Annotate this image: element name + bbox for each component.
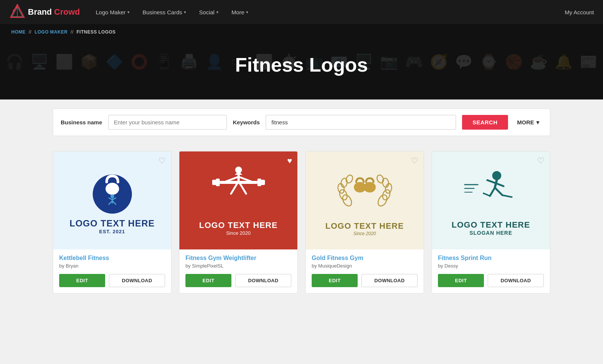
download-button-4[interactable]: DOWNLOAD <box>488 274 544 287</box>
business-cards-chevron-icon: ▾ <box>184 10 186 15</box>
logo-card-actions-3: EDIT DOWNLOAD <box>312 274 418 287</box>
logo-card-title-4[interactable]: Fitness Sprint Run <box>438 255 544 262</box>
svg-point-38 <box>492 171 501 180</box>
logo-card-title-1[interactable]: Kettlebell Fitness <box>59 255 165 262</box>
breadcrumb-current: FITNESS LOGOS <box>77 29 116 35</box>
edit-button-2[interactable]: EDIT <box>185 274 231 287</box>
breadcrumb-sep1: // <box>29 29 32 35</box>
brand-logo[interactable]: BrandCrowd <box>9 4 80 20</box>
svg-line-40 <box>487 180 496 183</box>
card-4-text: LOGO TEXT HERE SLOGAN HERE <box>451 220 530 236</box>
breadcrumb-logo-maker[interactable]: LOGO MAKER <box>35 29 68 35</box>
gold-kettlebell-icon <box>333 165 397 221</box>
svg-point-5 <box>110 194 114 198</box>
svg-point-27 <box>345 174 354 184</box>
hero-section: 🎧🖥️⬜📦🔷 ⭕📱🖨️👤🕶️ ⬜⏱️📺📧🖥️ 📷🎮🧭💬⌚ 🏀☕🔔📰 HOME /… <box>0 24 603 99</box>
brand-logo-icon <box>9 4 26 20</box>
keywords-input[interactable] <box>266 115 456 130</box>
business-name-label: Business name <box>61 119 102 125</box>
download-button-3[interactable]: DOWNLOAD <box>361 274 418 287</box>
card-1-background: LOGO TEXT HERE EST. 2021 <box>53 151 171 249</box>
logo-card-actions-2: EDIT DOWNLOAD <box>185 274 291 287</box>
logo-card-author-2: by SimplePixelSL <box>185 263 291 269</box>
card-4-background: LOGO TEXT HERE SLOGAN HERE <box>432 151 550 249</box>
logos-section: LOGO TEXT HERE EST. 2021 ♡ Kettlebell Fi… <box>0 145 603 309</box>
edit-button-3[interactable]: EDIT <box>312 274 358 287</box>
logo-card: LOGO TEXT HERE Since 2020 ♥ Fitness Gym … <box>179 151 298 294</box>
card-3-text: LOGO TEXT HERE Since 2020 <box>325 221 404 236</box>
search-section: Business name Keywords SEARCH MORE ▾ <box>0 99 603 145</box>
svg-point-24 <box>338 189 348 201</box>
more-chevron-icon: ▾ <box>246 10 248 15</box>
svg-point-34 <box>364 182 376 193</box>
logo-card-author-1: by Bryan <box>59 263 165 269</box>
kettlebell-icon <box>88 167 137 216</box>
logo-card-author-4: by Dessy <box>438 263 544 269</box>
search-bar: Business name Keywords SEARCH MORE ▾ <box>53 109 550 136</box>
card-2-background: LOGO TEXT HERE Since 2020 <box>179 151 297 249</box>
card-2-sub-text: Since 2020 <box>199 230 277 236</box>
card-1-text: LOGO TEXT HERE EST. 2021 <box>69 218 155 234</box>
svg-line-45 <box>484 193 490 196</box>
my-account-link[interactable]: My Account <box>565 9 594 15</box>
logo-card-image-1: LOGO TEXT HERE EST. 2021 ♡ <box>53 151 171 249</box>
svg-line-42 <box>495 188 502 195</box>
card-4-slogan-text: SLOGAN HERE <box>451 230 530 236</box>
download-button-2[interactable]: DOWNLOAD <box>235 274 291 287</box>
card-3-background: LOGO TEXT HERE Since 2020 <box>306 151 424 249</box>
svg-point-17 <box>235 167 242 173</box>
brand-name-part2: Crowd <box>54 7 80 17</box>
logo-card-title-3[interactable]: Gold Fitness Gym <box>312 255 418 262</box>
favorite-button-4[interactable]: ♡ <box>537 156 545 166</box>
logo-maker-chevron-icon: ▾ <box>127 10 130 15</box>
breadcrumb-home[interactable]: HOME <box>11 29 26 35</box>
svg-line-44 <box>490 188 495 196</box>
logo-card-title-2[interactable]: Fitness Gym Weightlifter <box>185 255 291 262</box>
logo-card-image-2: LOGO TEXT HERE Since 2020 ♥ <box>179 151 297 249</box>
logo-card-image-3: LOGO TEXT HERE Since 2020 ♡ <box>306 151 424 249</box>
breadcrumb: HOME // LOGO MAKER // FITNESS LOGOS <box>11 29 116 35</box>
svg-point-32 <box>376 174 385 184</box>
card-4-main-text: LOGO TEXT HERE <box>451 220 530 230</box>
download-button-1[interactable]: DOWNLOAD <box>109 274 165 287</box>
logo-card-info-2: Fitness Gym Weightlifter by SimplePixelS… <box>179 249 297 293</box>
nav-business-cards[interactable]: Business Cards ▾ <box>137 6 191 18</box>
logos-grid: LOGO TEXT HERE EST. 2021 ♡ Kettlebell Fi… <box>53 151 550 294</box>
card-1-main-text: LOGO TEXT HERE <box>69 218 155 229</box>
edit-button-1[interactable]: EDIT <box>59 274 105 287</box>
nav-more[interactable]: More ▾ <box>226 6 254 18</box>
nav-logo-maker[interactable]: Logo Maker ▾ <box>90 6 135 18</box>
brand-name-part1: Brand <box>28 7 52 17</box>
logo-card: LOGO TEXT HERE SLOGAN HERE ♡ Fitness Spr… <box>432 151 550 294</box>
keywords-label: Keywords <box>233 119 260 125</box>
nav-social[interactable]: Social ▾ <box>194 6 224 18</box>
navbar: BrandCrowd Logo Maker ▾ Business Cards ▾… <box>0 0 603 24</box>
more-filters-chevron-icon: ▾ <box>536 119 539 126</box>
svg-line-41 <box>496 183 504 186</box>
logo-card-info-4: Fitness Sprint Run by Dessy EDIT DOWNLOA… <box>432 249 550 293</box>
card-2-text: LOGO TEXT HERE Since 2020 <box>199 220 277 236</box>
logo-card-info-3: Gold Fitness Gym by MusiqueDesign EDIT D… <box>306 249 424 293</box>
business-name-input[interactable] <box>108 115 227 130</box>
favorite-button-2[interactable]: ♥ <box>287 156 292 166</box>
logo-card-actions-4: EDIT DOWNLOAD <box>438 274 544 287</box>
more-filters-button[interactable]: MORE ▾ <box>514 118 542 127</box>
search-button[interactable]: SEARCH <box>462 115 508 130</box>
svg-rect-14 <box>216 179 220 186</box>
svg-point-4 <box>106 183 119 195</box>
svg-point-31 <box>382 178 389 188</box>
card-1-sub-text: EST. 2021 <box>69 229 155 234</box>
favorite-button-3[interactable]: ♡ <box>411 156 418 166</box>
logo-card-actions-1: EDIT DOWNLOAD <box>59 274 165 287</box>
svg-point-26 <box>340 178 348 188</box>
svg-line-43 <box>502 195 512 197</box>
logo-card-image-4: LOGO TEXT HERE SLOGAN HERE ♡ <box>432 151 550 249</box>
favorite-button-1[interactable]: ♡ <box>158 156 166 166</box>
nav-links: Logo Maker ▾ Business Cards ▾ Social ▾ M… <box>90 6 565 18</box>
sprint-run-icon <box>463 165 519 218</box>
edit-button-4[interactable]: EDIT <box>438 274 484 287</box>
logo-card: LOGO TEXT HERE Since 2020 ♡ Gold Fitness… <box>305 151 424 294</box>
card-2-main-text: LOGO TEXT HERE <box>199 220 277 230</box>
weightlifter-icon <box>208 165 269 218</box>
logo-card-info-1: Kettlebell Fitness by Bryan EDIT DOWNLOA… <box>53 249 171 293</box>
